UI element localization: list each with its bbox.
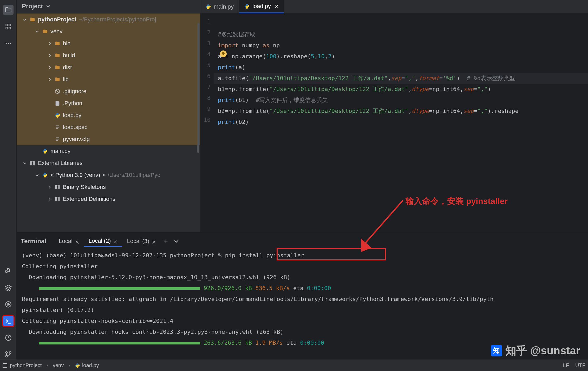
- close-icon[interactable]: [275, 4, 279, 8]
- tool-window-toggle-icon[interactable]: [3, 363, 7, 368]
- close-icon[interactable]: [113, 239, 117, 243]
- encoding-indicator[interactable]: UTF: [575, 362, 585, 368]
- folder-icon: [54, 41, 61, 46]
- svg-rect-0: [6, 24, 8, 26]
- terminal-tab[interactable]: Local (3): [122, 236, 161, 247]
- code-line[interactable]: print(b1) #写入文件后，维度信息丢失: [214, 95, 588, 106]
- tree-arrow-icon[interactable]: [47, 65, 53, 69]
- tree-row[interactable]: .gitignore: [17, 85, 200, 97]
- tree-arrow-icon[interactable]: [34, 29, 40, 34]
- svg-point-12: [9, 352, 11, 354]
- svg-rect-17: [56, 185, 57, 189]
- intention-bulb-icon[interactable]: [220, 50, 227, 57]
- close-icon[interactable]: [152, 239, 156, 243]
- chevron-down-icon: [45, 4, 51, 9]
- code-line[interactable]: a.tofile("/Users/101ultipa/Desktop/122 工…: [214, 73, 588, 84]
- run-tool-icon[interactable]: [3, 299, 14, 310]
- project-panel-title[interactable]: Project: [17, 0, 200, 12]
- code-line[interactable]: [214, 127, 588, 138]
- tree-item-label: pyvenv.cfg: [63, 136, 90, 143]
- tree-item-label: < Python 3.9 (venv) >: [50, 172, 105, 178]
- tree-row[interactable]: Binary Skeletons: [17, 181, 200, 193]
- python-console-icon[interactable]: [3, 266, 14, 276]
- code-line[interactable]: b2=np.fromfile("/Users/101ultipa/Desktop…: [214, 106, 588, 117]
- tree-row[interactable]: load.py: [17, 109, 200, 121]
- terminal-tool-icon[interactable]: [3, 316, 14, 326]
- terminal-tab-label: Local: [59, 238, 73, 245]
- project-tree[interactable]: pythonProject~/PycharmProjects/pythonPro…: [17, 12, 200, 232]
- tree-row[interactable]: pythonProject~/PycharmProjects/pythonPro…: [17, 14, 200, 25]
- tree-arrow-icon[interactable]: [47, 77, 53, 81]
- folder-icon: [54, 53, 61, 58]
- svg-point-7: [7, 269, 8, 270]
- tree-row[interactable]: < Python 3.9 (venv) >/Users/101ultipa/Py…: [17, 169, 200, 181]
- terminal-new-tab-button[interactable]: [161, 238, 171, 244]
- tree-item-label: main.py: [50, 148, 70, 155]
- vcs-tool-icon[interactable]: [3, 349, 14, 360]
- tree-arrow-icon[interactable]: [47, 185, 53, 189]
- structure-tool-icon[interactable]: [3, 21, 14, 32]
- tree-item-label: Binary Skeletons: [63, 184, 106, 190]
- svg-point-10: [5, 352, 7, 354]
- code-editor[interactable]: 12345678910 #多维数据存取import numpy as npa =…: [200, 14, 588, 232]
- tree-arrow-icon[interactable]: [22, 17, 28, 22]
- terminal-tabbar: Terminal LocalLocal (2)Local (3): [17, 232, 588, 247]
- tree-item-label: bin: [63, 40, 70, 47]
- tree-item-label: Extended Definitions: [63, 196, 115, 202]
- services-tool-icon[interactable]: [3, 283, 14, 293]
- code-line[interactable]: b1=np.fromfile("/Users/101ultipa/Desktop…: [214, 84, 588, 95]
- editor-tab[interactable]: load.py: [239, 0, 284, 13]
- tree-arrow-icon[interactable]: [47, 53, 53, 57]
- tree-row[interactable]: pyvenv.cfg: [17, 133, 200, 145]
- tree-row[interactable]: External Libraries: [17, 157, 200, 169]
- svg-text:知: 知: [493, 347, 500, 354]
- tree-row[interactable]: bin: [17, 37, 200, 49]
- python-icon: [244, 3, 250, 9]
- breadcrumb[interactable]: pythonProject› venv› load.py: [10, 362, 99, 368]
- tree-arrow-icon[interactable]: [47, 41, 53, 46]
- svg-rect-18: [57, 185, 58, 189]
- more-tool-icon[interactable]: [3, 38, 14, 48]
- code-line[interactable]: #多维数据存取: [214, 29, 588, 40]
- lib-icon: [54, 196, 61, 202]
- tree-arrow-icon[interactable]: [34, 173, 40, 177]
- tree-row[interactable]: load.spec: [17, 121, 200, 133]
- code-line[interactable]: print(a): [214, 62, 588, 73]
- code-line[interactable]: a = np.arange(100).reshape(5,10,2): [214, 51, 588, 62]
- svg-rect-3: [9, 27, 11, 29]
- tree-row[interactable]: .Python: [17, 97, 200, 109]
- status-bar: pythonProject› venv› load.py LF UTF: [0, 360, 588, 371]
- tree-row[interactable]: main.py: [17, 145, 200, 157]
- terminal-tab[interactable]: Local (2): [84, 236, 122, 247]
- ignore-icon: [54, 88, 61, 94]
- scrollbar-thumb[interactable]: [197, 23, 199, 153]
- tree-row[interactable]: build: [17, 49, 200, 61]
- code-line[interactable]: import numpy as np: [214, 40, 588, 51]
- terminal-output[interactable]: (venv) (base) 101ultipa@adsl-99-12-207-1…: [17, 247, 588, 360]
- tree-arrow-icon[interactable]: [22, 161, 28, 165]
- terminal-more-button[interactable]: [171, 238, 181, 244]
- svg-rect-22: [58, 197, 60, 201]
- tab-label: main.py: [214, 3, 234, 10]
- tree-row[interactable]: venv: [17, 25, 200, 37]
- tree-row[interactable]: Extended Definitions: [17, 193, 200, 205]
- svg-rect-14: [31, 161, 32, 165]
- close-icon[interactable]: [75, 239, 79, 243]
- problems-tool-icon[interactable]: [3, 332, 14, 343]
- tree-arrow-icon[interactable]: [47, 197, 53, 201]
- code-content[interactable]: #多维数据存取import numpy as npa = np.arange(1…: [214, 14, 588, 232]
- project-tool-icon[interactable]: [3, 5, 14, 15]
- editor-tab[interactable]: main.py: [200, 0, 239, 13]
- zhihu-logo-icon: 知: [491, 345, 502, 356]
- line-ending-indicator[interactable]: LF: [563, 362, 569, 368]
- tree-item-path: /Users/101ultipa/Pyc: [108, 172, 160, 178]
- terminal-panel: Terminal LocalLocal (2)Local (3) (venv) …: [17, 232, 588, 360]
- activity-bar: [0, 0, 17, 360]
- terminal-tab[interactable]: Local: [54, 236, 84, 247]
- line-gutter: 12345678910: [200, 14, 214, 232]
- python-icon: [205, 4, 211, 10]
- tree-row[interactable]: dist: [17, 61, 200, 73]
- tree-row[interactable]: lib: [17, 73, 200, 85]
- code-line[interactable]: print(b2): [214, 117, 588, 127]
- watermark: 知 知乎 @sunstar: [491, 343, 580, 358]
